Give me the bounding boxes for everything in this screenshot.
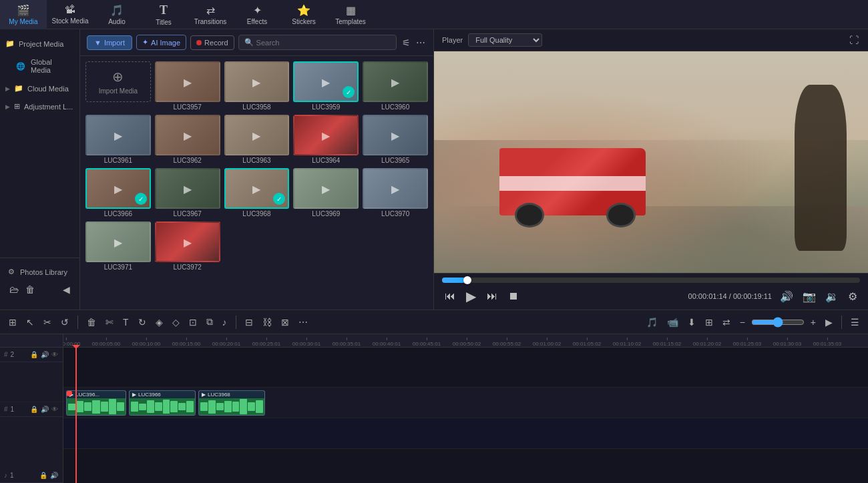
list-item[interactable]: ▶ LUC3972 xyxy=(155,221,220,271)
skip-back-button[interactable]: ⏮ xyxy=(442,289,458,304)
audio-wave-button[interactable]: 🔉 xyxy=(823,289,841,304)
sidebar-delete-btn[interactable]: 🗑 xyxy=(24,283,36,296)
toolbar-stickers[interactable]: ⭐ Stickers xyxy=(280,0,327,29)
stop-button[interactable]: ⏹ xyxy=(505,289,521,304)
timeline-select-btn[interactable]: ↖ xyxy=(23,315,37,330)
track-2-eye-btn[interactable]: 👁 xyxy=(51,350,59,359)
volume-button[interactable]: 🔊 xyxy=(777,289,796,304)
timeline-split-btn[interactable]: ⧉ xyxy=(203,314,216,330)
timeline-keyframe-btn[interactable]: ◇ xyxy=(169,315,183,330)
timeline-undo-btn[interactable]: ↺ xyxy=(57,315,72,330)
sidebar-add-btn[interactable]: 🗁 xyxy=(8,283,20,296)
import-media-thumb[interactable]: ⊕ Import Media xyxy=(85,61,151,102)
timeline-download-btn[interactable]: ⬇ xyxy=(684,315,699,330)
settings-button[interactable]: ⚙ xyxy=(845,289,860,304)
list-item[interactable]: ▶ LUC3969 xyxy=(293,168,359,217)
toolbar-effects[interactable]: ✦ Effects xyxy=(234,0,280,29)
media-thumbnail[interactable]: ▶ ✓ xyxy=(293,61,359,102)
progress-handle[interactable] xyxy=(463,276,471,284)
media-thumbnail[interactable]: ▶ xyxy=(293,115,359,155)
timeline-video-track-btn[interactable]: 📹 xyxy=(664,315,682,330)
timeline-audio-track-btn[interactable]: 🎵 xyxy=(643,315,661,330)
skip-forward-button[interactable]: ⏭ xyxy=(484,289,500,304)
timeline-link-btn[interactable]: ⛓ xyxy=(259,315,275,330)
track-a1-lock-btn[interactable]: 🔒 xyxy=(39,471,48,480)
media-thumbnail[interactable]: ▶ xyxy=(85,221,151,262)
timeline-delete-btn[interactable]: 🗑 xyxy=(83,315,99,330)
ai-image-button[interactable]: ✦ AI Image xyxy=(136,35,186,50)
sidebar-item-photos-library[interactable]: ⚙ Photos Library xyxy=(0,264,79,280)
progress-bar[interactable] xyxy=(442,278,860,283)
list-item[interactable]: ▶ LUC3965 xyxy=(363,115,428,164)
media-thumbnail[interactable]: ▶ xyxy=(155,115,220,155)
media-thumbnail[interactable]: ▶ ✓ xyxy=(85,168,151,209)
quality-select[interactable]: Full Quality High Quality Medium Quality… xyxy=(468,33,542,47)
timeline-zoom-slider[interactable] xyxy=(751,317,805,328)
list-item[interactable]: ▶ LUC3967 xyxy=(155,168,220,217)
sidebar-item-project-media[interactable]: 📁 Project Media xyxy=(0,35,79,53)
timeline-play-btn[interactable]: ▶ xyxy=(822,315,836,330)
media-thumbnail[interactable]: ▶ xyxy=(293,168,359,209)
toolbar-my-media[interactable]: 🎬 My Media xyxy=(0,0,47,29)
media-thumbnail[interactable]: ▶ xyxy=(155,61,220,102)
list-item[interactable]: ▶ ✓ LUC3968 xyxy=(224,168,290,217)
track-1-lock-btn[interactable]: 🔒 xyxy=(29,405,39,414)
toolbar-audio[interactable]: 🎵 Audio xyxy=(93,0,140,29)
list-item[interactable]: ▶ LUC3962 xyxy=(155,115,220,164)
timeline-motion-btn[interactable]: ↻ xyxy=(135,315,150,330)
media-thumbnail[interactable]: ▶ xyxy=(224,61,290,102)
media-thumbnail[interactable]: ▶ xyxy=(155,168,220,209)
list-item[interactable]: ▶ LUC3958 xyxy=(224,61,290,111)
timeline-cut-btn[interactable]: ✄ xyxy=(102,315,117,330)
track-a1-audio-btn[interactable]: 🔊 xyxy=(49,471,59,480)
search-input[interactable] xyxy=(256,39,391,47)
track-1-eye-btn[interactable]: 👁 xyxy=(51,405,59,414)
media-thumbnail[interactable]: ▶ xyxy=(224,115,290,155)
toolbar-transitions[interactable]: ⇄ Transitions xyxy=(187,0,234,29)
record-button[interactable]: Record xyxy=(190,35,234,50)
more-options-button[interactable]: ⋯ xyxy=(415,36,427,49)
list-item[interactable]: ▶ LUC3963 xyxy=(224,115,290,164)
play-button[interactable]: ▶ xyxy=(463,287,479,306)
track-1-audio-btn[interactable]: 🔊 xyxy=(40,405,49,414)
list-item[interactable]: ▶ LUC3960 xyxy=(363,61,428,111)
list-item[interactable]: ▶ LUC3961 xyxy=(85,115,151,164)
timeline-grid-btn[interactable]: ⊞ xyxy=(702,315,716,330)
timeline-zoom-out-btn[interactable]: − xyxy=(736,315,748,330)
media-thumbnail[interactable]: ▶ xyxy=(363,168,428,209)
sidebar-item-global-media[interactable]: 🌐 Global Media xyxy=(0,53,79,79)
media-thumbnail[interactable]: ▶ ✓ xyxy=(224,168,290,209)
toolbar-templates[interactable]: ▦ Templates xyxy=(327,0,374,29)
timeline-clip[interactable]: ▶ LUC3966 xyxy=(129,390,196,416)
timeline-layout-btn[interactable]: ☰ xyxy=(847,315,863,330)
media-thumbnail[interactable]: ▶ xyxy=(363,61,428,102)
sidebar-item-adjustment[interactable]: ▶ ⊞ Adjustment L... xyxy=(0,97,79,115)
track-2-audio-btn[interactable]: 🔊 xyxy=(40,350,49,359)
fullscreen-button[interactable]: ⛶ xyxy=(848,33,860,47)
timeline-text-btn[interactable]: T xyxy=(120,315,132,330)
filter-button[interactable]: ⚟ xyxy=(401,36,412,49)
playhead[interactable] xyxy=(75,348,77,483)
timeline-audio-btn[interactable]: ♪ xyxy=(219,315,230,330)
timeline-more-btn[interactable]: ⋯ xyxy=(295,315,311,330)
media-thumbnail[interactable]: ▶ xyxy=(155,221,220,262)
timeline-razor-btn[interactable]: ✂ xyxy=(40,315,55,330)
timeline-crop-btn[interactable]: ⊡ xyxy=(186,315,200,330)
media-thumbnail[interactable]: ▶ xyxy=(363,115,428,155)
timeline-color-btn[interactable]: ◈ xyxy=(152,315,166,330)
media-thumbnail[interactable]: ▶ xyxy=(85,115,151,155)
screenshot-button[interactable]: 📷 xyxy=(800,289,819,304)
track-2-lock-btn[interactable]: 🔒 xyxy=(29,350,39,359)
list-item[interactable]: ▶ ✓ LUC3966 xyxy=(85,168,151,217)
timeline-new-track-btn[interactable]: ⊞ xyxy=(5,315,20,330)
import-media-item[interactable]: ⊕ Import Media xyxy=(85,61,151,111)
toolbar-stock-media[interactable]: 📽 Stock Media xyxy=(47,0,93,29)
timeline-ruler-and-tracks[interactable]: 00:00:00:00 00:00:05:00 00:00:10:00 00:0… xyxy=(63,334,868,483)
list-item[interactable]: ▶ ✓ LUC3959 xyxy=(293,61,359,111)
sidebar-item-cloud-media[interactable]: ▶ 📁 Cloud Media xyxy=(0,79,79,97)
sidebar-collapse-btn[interactable]: ◀ xyxy=(61,283,71,296)
list-item[interactable]: ▶ LUC3957 xyxy=(155,61,220,111)
timeline-snap-btn[interactable]: ⊟ xyxy=(242,315,256,330)
timeline-clip[interactable]: ▶ LUC3968 xyxy=(198,390,265,416)
timeline-fit-btn[interactable]: ⊠ xyxy=(278,315,292,330)
